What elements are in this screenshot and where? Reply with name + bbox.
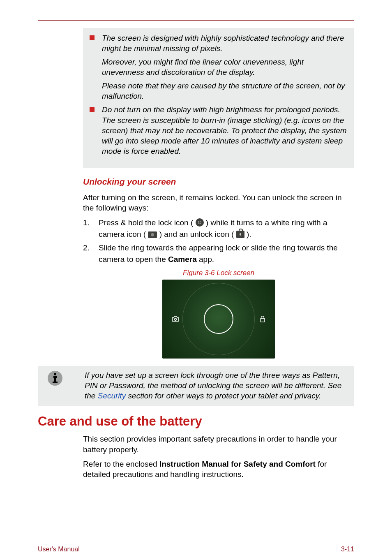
battery-paragraph-1: This section provides important safety p… (83, 434, 354, 454)
svg-rect-5 (53, 382, 58, 383)
info-note: If you have set up a screen lock through… (38, 366, 354, 406)
text-fragment: ). (247, 230, 251, 238)
footer-right: 3-11 (341, 546, 354, 553)
bullet-text: The screen is designed with highly sophi… (102, 33, 348, 53)
bullet-item: The screen is designed with highly sophi… (90, 33, 348, 53)
unlock-icon (236, 231, 244, 238)
step-2: 2. Slide the ring towards the appearing … (83, 242, 354, 265)
bullet-continuation: Moreover, you might find the linear colo… (102, 57, 348, 77)
steps-list: 1. Press & hold the lock icon ( ) while … (38, 217, 354, 265)
center-ring (204, 304, 233, 334)
figure-wrap (83, 280, 354, 359)
text-fragment: ) and an unlock icon ( (159, 230, 236, 238)
bullet-text: Do not turn on the display with high bri… (102, 104, 348, 156)
figure-caption: Figure 3-6 Lock screen (83, 269, 354, 277)
step-number: 2. (83, 242, 99, 265)
step-1: 1. Press & hold the lock icon ( ) while … (83, 217, 354, 240)
text-fragment: Slide the ring towards the appearing loc… (99, 243, 338, 264)
step-text: Slide the ring towards the appearing loc… (99, 242, 354, 265)
square-bullet-icon (90, 107, 95, 112)
text-fragment: Refer to the enclosed (83, 460, 159, 468)
subheading-unlocking: Unlocking your screen (38, 177, 354, 187)
svg-point-0 (174, 318, 176, 320)
heading-battery: Care and use of the battery (38, 414, 354, 429)
footer-left: User's Manual (38, 546, 80, 553)
text-fragment: app. (197, 255, 214, 264)
security-link[interactable]: Security (98, 391, 126, 400)
info-icon (44, 370, 67, 401)
text-fragment: section for other ways to protect your t… (126, 391, 321, 400)
bold-text: Camera (168, 255, 197, 264)
svg-point-2 (54, 373, 56, 375)
padlock-icon (259, 315, 266, 325)
svg-rect-4 (54, 376, 56, 382)
text-fragment: Press & hold the lock icon ( (99, 218, 196, 227)
square-bullet-icon (90, 35, 95, 40)
bullet-item: Do not turn on the display with high bri… (90, 104, 348, 156)
step-text: Press & hold the lock icon ( ) while it … (99, 217, 354, 240)
intro-paragraph: After turning on the screen, it remains … (83, 192, 354, 213)
note-text: If you have set up a screen lock through… (67, 370, 348, 401)
camera-icon (171, 316, 180, 324)
footer-rule (38, 543, 354, 543)
lock-ring-icon (196, 218, 204, 227)
bullet-continuation: Please note that they are caused by the … (102, 81, 348, 101)
step-number: 1. (83, 217, 99, 240)
bold-text: Instruction Manual for Safety and Comfor… (159, 460, 316, 468)
camera-icon (148, 231, 157, 238)
lock-screen-figure (162, 280, 275, 359)
page-footer: User's Manual 3-11 (38, 543, 354, 553)
battery-paragraph-2: Refer to the enclosed Instruction Manual… (83, 459, 354, 479)
warning-callout: The screen is designed with highly sophi… (83, 28, 354, 168)
